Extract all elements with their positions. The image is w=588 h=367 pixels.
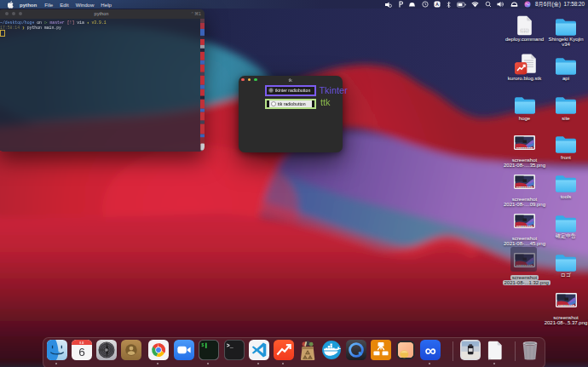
svg-text:$▐: $▐ bbox=[201, 343, 207, 349]
svg-text:>_: >_ bbox=[226, 343, 233, 349]
svg-text:SHELL: SHELL bbox=[522, 30, 529, 32]
svg-text:A: A bbox=[435, 2, 439, 7]
svg-text:∞: ∞ bbox=[424, 341, 435, 359]
svg-text:8月: 8月 bbox=[79, 341, 84, 345]
svg-text:6: 6 bbox=[78, 346, 85, 358]
